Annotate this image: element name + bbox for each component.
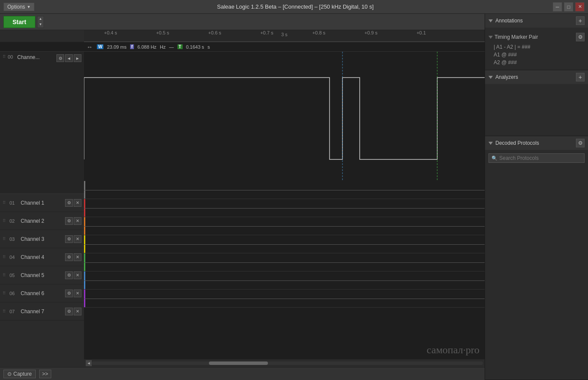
channel-gear-06[interactable]: ⚙ (65, 290, 73, 297)
width-badge: W (97, 44, 103, 49)
channel-label-01: ⠿ 01 Channel 1 ⚙ ✕ (0, 194, 84, 212)
width-value: 23.09 ms (107, 44, 126, 50)
analyzers-add-button[interactable]: + (576, 73, 585, 81)
search-protocols-box[interactable]: 🔍 (488, 153, 585, 163)
annotations-header: Annotations + (485, 14, 588, 28)
scroll-left-btn[interactable]: ◄ (86, 360, 92, 366)
timing-marker-label: Timing Marker Pair (495, 34, 574, 40)
channel-close-02[interactable]: ✕ (74, 217, 81, 225)
analyzers-header: Analyzers + (485, 70, 588, 84)
channel-name-03: Channel 3 (21, 236, 63, 242)
channel-label-07: ⠿ 07 Channel 7 ⚙ ✕ (0, 302, 84, 321)
arrow-up[interactable]: ▲ (37, 16, 44, 22)
search-protocols-input[interactable] (499, 155, 582, 161)
waveform-svg-00 (84, 52, 485, 181)
timing-marker-gear[interactable]: ⚙ (576, 33, 585, 41)
window-title: Saleae Logic 1.2.5 Beta – [Connected] – … (38, 3, 553, 10)
scroll-track[interactable] (92, 361, 483, 365)
channel-num-07: 07 (9, 309, 17, 314)
channel-gear-04[interactable]: ⚙ (65, 253, 73, 261)
channel-label-05: ⠿ 05 Channel 5 ⚙ ✕ (0, 266, 84, 284)
time-tick-6: +0.9 s (364, 30, 377, 35)
drag-handle-06: ⠿ (3, 291, 8, 296)
channel-prev-00[interactable]: ◄ (65, 54, 73, 62)
waveform-area[interactable]: 3 s +0.4 s +0.5 s +0.6 s +0.7 s +0.8 s +… (84, 30, 485, 367)
channel-controls-05: ⚙ ✕ (65, 271, 81, 279)
anno-line-3: A2 @ ### (488, 59, 585, 66)
channel-name-04: Channel 4 (21, 254, 63, 260)
scroll-area[interactable]: ◄ (84, 359, 485, 367)
annotations-collapse-icon[interactable] (488, 19, 493, 22)
close-button[interactable]: ✕ (575, 2, 585, 12)
channel-controls-01: ⚙ ✕ (65, 199, 81, 207)
drag-handle-01: ⠿ (3, 200, 8, 205)
time-badge-t: T (177, 44, 183, 49)
channel-next-00[interactable]: ► (74, 54, 81, 62)
waveform-row-07 (84, 290, 485, 308)
channel-close-07[interactable]: ✕ (74, 308, 81, 315)
channel-close-05[interactable]: ✕ (74, 271, 81, 279)
timing-marker-row: Timing Marker Pair ⚙ (488, 31, 585, 43)
channel-gear-03[interactable]: ⚙ (65, 235, 73, 243)
channel-close-01[interactable]: ✕ (74, 199, 81, 207)
time-value: 0.1643 s (186, 44, 204, 50)
forward-button[interactable]: >> (39, 370, 51, 378)
decoded-protocols-content: 🔍 (485, 150, 588, 380)
decoded-protocols-gear[interactable]: ⚙ (576, 139, 585, 147)
annotations-title: Annotations (495, 18, 573, 24)
analyzers-collapse-icon[interactable] (488, 76, 493, 79)
drag-handle-07: ⠿ (3, 309, 8, 314)
channel-controls-00: ⚙ ◄ ► (56, 54, 81, 62)
channel-controls-02: ⚙ ✕ (65, 217, 81, 225)
maximize-button[interactable]: □ (564, 2, 573, 12)
capture-icon: ⊙ (7, 371, 12, 377)
minimize-button[interactable]: ─ (553, 2, 562, 12)
left-panel: Start ▲ ▼ ⠿ 00 Channe... ⚙ ◄ (0, 14, 485, 380)
channel-num-02: 02 (9, 218, 17, 224)
channel-num-01: 01 (9, 200, 17, 206)
annotations-add-button[interactable]: + (576, 16, 585, 25)
waveform-row-03 (84, 217, 485, 235)
start-button[interactable]: Start (3, 16, 35, 28)
channel-gear-07[interactable]: ⚙ (65, 308, 73, 315)
time-tick-7: +0.1 (417, 30, 426, 35)
anno-line-1: | A1 - A2 | = ### (488, 43, 585, 51)
channel-label-02: ⠿ 02 Channel 2 ⚙ ✕ (0, 212, 84, 230)
drag-handle-04: ⠿ (3, 255, 8, 259)
timing-marker-collapse-icon[interactable] (488, 36, 493, 39)
channel-label-06: ⠿ 06 Channel 6 ⚙ ✕ (0, 284, 84, 302)
channel-label-04: ⠿ 04 Channel 4 ⚙ ✕ (0, 248, 84, 266)
decoded-protocols-header: Decoded Protocols ⚙ (485, 136, 588, 150)
channel-controls-06: ⚙ ✕ (65, 290, 81, 297)
toolbar-arrows[interactable]: ▲ ▼ (37, 16, 44, 28)
capture-button[interactable]: ⊙ Capture (3, 370, 36, 378)
channel-controls-04: ⚙ ✕ (65, 253, 81, 261)
decoded-protocols-section: Decoded Protocols ⚙ 🔍 (485, 136, 588, 380)
channel-label-00: ⠿ 00 Channe... ⚙ ◄ ► (0, 52, 84, 194)
freq-badge: f (130, 44, 134, 49)
channel-name-06: Channel 6 (21, 290, 63, 296)
channel-gear-01[interactable]: ⚙ (65, 199, 73, 207)
channel-close-06[interactable]: ✕ (74, 290, 81, 297)
annotations-section: Annotations + Timing Marker Pair ⚙ | A1 … (485, 14, 588, 70)
time-3s-marker: 3 s (281, 32, 288, 37)
channel-name-02: Channel 2 (21, 218, 63, 224)
channel-close-03[interactable]: ✕ (74, 235, 81, 243)
bottom-bar: ⊙ Capture >> (0, 367, 485, 380)
channel-name-05: Channel 5 (21, 272, 63, 278)
analyzers-section: Analyzers + (485, 70, 588, 136)
channel-name-00: Channe... (17, 54, 56, 60)
channel-close-04[interactable]: ✕ (74, 253, 81, 261)
channel-controls-07: ⚙ ✕ (65, 308, 81, 315)
channel-gear-02[interactable]: ⚙ (65, 217, 73, 225)
channel-gear-05[interactable]: ⚙ (65, 271, 73, 279)
decoded-protocols-collapse-icon[interactable] (488, 142, 493, 145)
arrow-down[interactable]: ▼ (37, 22, 44, 28)
scroll-thumb[interactable] (209, 361, 268, 365)
options-button[interactable]: Options ▼ (3, 3, 34, 11)
channel-gear-00[interactable]: ⚙ (56, 54, 64, 62)
waveform-canvas[interactable]: самопал·pro (84, 52, 485, 359)
channel-num-06: 06 (9, 291, 17, 296)
capture-label: Capture (13, 371, 32, 377)
decoded-protocols-title: Decoded Protocols (495, 140, 573, 146)
